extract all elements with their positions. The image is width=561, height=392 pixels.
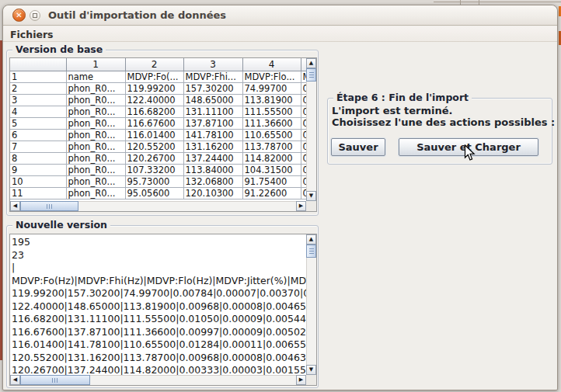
vertical-scrollbar[interactable]: ▲ ▼	[306, 234, 316, 375]
vertical-scrollbar-thumb[interactable]	[306, 68, 316, 82]
table-cell[interactable]: 0	[301, 94, 306, 106]
column-header[interactable]	[10, 58, 66, 71]
table-cell[interactable]: 95.73000	[125, 175, 183, 187]
row-number-cell[interactable]: 9	[10, 164, 66, 175]
table-cell[interactable]: 157.30200	[183, 82, 242, 94]
row-number-cell[interactable]: 2	[10, 82, 66, 94]
table-row[interactable]: 3phon_R0...122.40000148.65000113.819000	[10, 94, 306, 106]
table-cell[interactable]: 0	[301, 140, 306, 152]
table-row[interactable]: 2phon_R0...119.99200157.3020074.997000	[10, 82, 306, 94]
scroll-left-icon[interactable]: ◀	[10, 375, 20, 385]
table-row[interactable]: 5phon_R0...116.67600137.87100111.366000	[10, 117, 306, 129]
save-button[interactable]: Sauver	[331, 138, 385, 156]
table-cell[interactable]: 120.10300	[183, 187, 242, 199]
table-cell[interactable]: MDVP:Flo...	[242, 71, 301, 82]
table-cell[interactable]: 0	[301, 152, 306, 164]
table-cell[interactable]: 148.65000	[183, 94, 242, 106]
table-cell[interactable]: phon_R0...	[66, 82, 125, 94]
table-cell[interactable]: phon_R0...	[66, 152, 125, 164]
column-header[interactable]: 4	[242, 58, 301, 71]
table-cell[interactable]: 0	[301, 82, 306, 94]
scroll-left-icon[interactable]: ◀	[10, 201, 20, 211]
scroll-right-icon[interactable]: ▶	[296, 375, 306, 385]
row-number-cell[interactable]: 10	[10, 175, 66, 187]
table-cell[interactable]: 0	[301, 106, 306, 117]
table-cell[interactable]: 113.84000	[183, 164, 242, 175]
table-cell[interactable]: 141.78100	[183, 129, 242, 140]
row-number-cell[interactable]: 3	[10, 94, 66, 106]
table-cell[interactable]: 104.31500	[242, 164, 301, 175]
table-cell[interactable]: 0	[301, 117, 306, 129]
column-header[interactable]	[301, 58, 306, 71]
table-cell[interactable]: 95.05600	[125, 187, 183, 199]
column-header[interactable]: 1	[66, 58, 125, 71]
table-cell[interactable]: 0	[301, 164, 306, 175]
table-cell[interactable]: 113.81900	[242, 94, 301, 106]
table-cell[interactable]: phon_R0...	[66, 106, 125, 117]
menu-item-fichiers[interactable]: Fichiers	[3, 27, 61, 43]
scroll-down-icon[interactable]: ▼	[306, 191, 316, 201]
table-cell[interactable]: 111.36600	[242, 117, 301, 129]
table-cell[interactable]: 116.01400	[125, 129, 183, 140]
table-row[interactable]: 8phon_R0...120.26700137.24400114.820000	[10, 152, 306, 164]
table-cell[interactable]: 107.33200	[125, 164, 183, 175]
row-number-cell[interactable]: 11	[10, 187, 66, 199]
table-cell[interactable]: 131.16200	[183, 140, 242, 152]
vertical-scrollbar-thumb[interactable]	[306, 245, 316, 258]
column-header[interactable]: 2	[125, 58, 183, 71]
table-row[interactable]: 9phon_R0...107.33200113.84000104.315000	[10, 164, 306, 175]
table-cell[interactable]: phon_R0...	[66, 94, 125, 106]
table-cell[interactable]: 0	[301, 175, 306, 187]
table-cell[interactable]: 131.11100	[183, 106, 242, 117]
table-row[interactable]: 4phon_R0...116.68200131.11100111.555000	[10, 106, 306, 117]
table-cell[interactable]: phon_R0...	[66, 129, 125, 140]
horizontal-scrollbar[interactable]: ◀ ▶	[10, 201, 306, 211]
table-cell[interactable]: 116.68200	[125, 106, 183, 117]
table-cell[interactable]: 111.55500	[242, 106, 301, 117]
table-cell[interactable]: 132.06800	[183, 175, 242, 187]
new-version-textarea[interactable]: 19523|MDVP:Fo(Hz)|MDVP:Fhi(Hz)|MDVP:Flo(…	[10, 234, 306, 375]
table-cell[interactable]: name	[66, 71, 125, 82]
table-row[interactable]: 11phon_R0...95.05600120.1030091.226000	[10, 187, 306, 199]
scroll-right-icon[interactable]: ▶	[296, 201, 306, 211]
table-cell[interactable]: 91.75400	[242, 175, 301, 187]
vertical-scrollbar[interactable]: ▲ ▼	[306, 58, 316, 201]
table-cell[interactable]: 119.99200	[125, 82, 183, 94]
horizontal-scrollbar-thumb[interactable]	[20, 375, 90, 385]
table-cell[interactable]: phon_R0...	[66, 140, 125, 152]
table-cell[interactable]: 120.26700	[125, 152, 183, 164]
table-row[interactable]: 6phon_R0...116.01400141.78100110.655000	[10, 129, 306, 140]
table-cell[interactable]: phon_R0...	[66, 187, 125, 199]
scroll-up-icon[interactable]: ▲	[306, 234, 316, 245]
titlebar[interactable]: ✕ Outil d'importation de données	[3, 5, 557, 26]
horizontal-scrollbar-thumb[interactable]	[20, 201, 78, 211]
horizontal-scrollbar[interactable]: ◀ ▶	[10, 375, 306, 385]
row-number-cell[interactable]: 8	[10, 152, 66, 164]
column-header[interactable]: 3	[183, 58, 242, 71]
row-number-cell[interactable]: 1	[10, 71, 66, 82]
table-cell[interactable]: 120.55200	[125, 140, 183, 152]
maximize-button[interactable]	[30, 10, 40, 21]
table-row[interactable]: 7phon_R0...120.55200131.16200113.787000	[10, 140, 306, 152]
table-cell[interactable]: 116.67600	[125, 117, 183, 129]
table-cell[interactable]: 122.40000	[125, 94, 183, 106]
table-cell[interactable]: 113.78700	[242, 140, 301, 152]
table-cell[interactable]: MDVP:Fo(...	[125, 71, 183, 82]
scroll-up-icon[interactable]: ▲	[306, 58, 316, 68]
row-number-cell[interactable]: 4	[10, 106, 66, 117]
scroll-down-icon[interactable]: ▼	[306, 365, 316, 375]
table-cell[interactable]: 0	[301, 187, 306, 199]
table-cell[interactable]: 137.87100	[183, 117, 242, 129]
close-button[interactable]: ✕	[12, 9, 26, 22]
table-cell[interactable]: MDVP:Fhi...	[183, 71, 242, 82]
table-cell[interactable]: phon_R0...	[66, 175, 125, 187]
table-row[interactable]: 10phon_R0...95.73000132.0680091.754000	[10, 175, 306, 187]
table-cell[interactable]: 110.65500	[242, 129, 301, 140]
row-number-cell[interactable]: 6	[10, 129, 66, 140]
table-cell[interactable]: 0	[301, 129, 306, 140]
table-cell[interactable]: phon_R0...	[66, 117, 125, 129]
table-cell[interactable]: 91.22600	[242, 187, 301, 199]
row-number-cell[interactable]: 7	[10, 140, 66, 152]
table-cell[interactable]: M	[301, 71, 306, 82]
table-cell[interactable]: 114.82000	[242, 152, 301, 164]
